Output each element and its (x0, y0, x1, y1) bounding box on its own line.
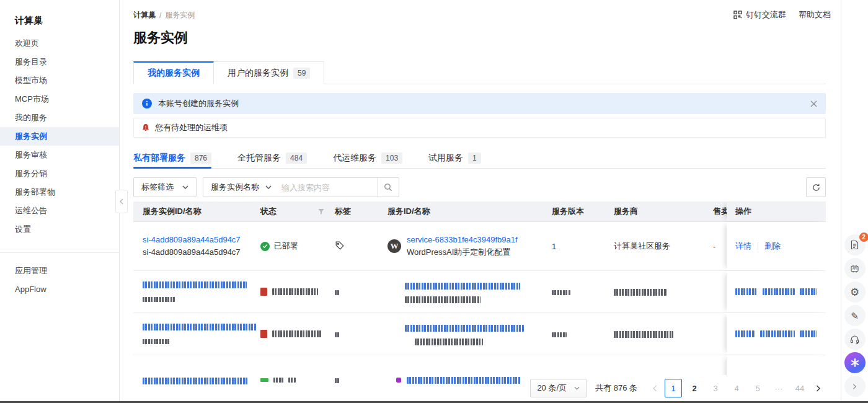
redacted-action-link[interactable] (800, 330, 817, 337)
chevron-right-icon (852, 383, 857, 390)
page-number-5[interactable]: 5 (749, 379, 766, 397)
support-button[interactable] (844, 329, 866, 350)
redacted-instance-id-link[interactable] (143, 281, 247, 288)
redacted-service-id-link[interactable] (407, 377, 529, 384)
col-sale: 售卖 (713, 206, 727, 217)
rail-collapse-button[interactable] (844, 376, 866, 397)
cell-version-redacted (552, 329, 614, 339)
breadcrumb-root[interactable]: 计算巢 (133, 10, 156, 20)
redacted-tag[interactable] (335, 378, 339, 383)
docs-panel-button[interactable]: 2 (844, 234, 866, 255)
tab-private-deploy[interactable]: 私有部署服务 876 (133, 148, 211, 168)
page-number-44[interactable]: 44 (791, 379, 808, 397)
ops-alert-banner[interactable]: 您有待处理的运维项 (133, 118, 826, 138)
redacted-service-icon (396, 378, 401, 383)
dingtalk-group-link[interactable]: 钉钉交流群 (733, 9, 786, 20)
sidebar-item-service-distribution[interactable]: 服务分销 (0, 164, 119, 183)
bell-alert-icon (141, 123, 150, 133)
cell-service: W service-6833b1fe4c3949fb9a1f WordPress… (388, 234, 552, 259)
redacted-instance-id-link[interactable] (143, 378, 248, 384)
redacted-service-id-link[interactable] (405, 283, 520, 290)
filter-bar: 标签筛选 服务实例名称 (133, 177, 399, 197)
notification-badge: 2 (859, 232, 868, 242)
search-input[interactable] (279, 178, 377, 197)
sidebar-item-welcome[interactable]: 欢迎页 (0, 34, 119, 53)
sidebar-item-settings[interactable]: 设置 (0, 220, 119, 239)
status-text: 已部署 (274, 241, 298, 252)
sidebar-item-model-market[interactable]: 模型市场 (0, 71, 119, 90)
redacted-action-link[interactable] (760, 330, 795, 337)
search-button[interactable] (377, 178, 399, 197)
redacted-tag[interactable] (335, 290, 339, 295)
tab-fully-managed[interactable]: 全托管服务 484 (237, 148, 307, 168)
pencil-icon: ✎ (851, 311, 859, 321)
redacted-instance-id-link[interactable] (143, 324, 257, 330)
delete-action-link[interactable]: 删除 (764, 241, 781, 252)
redacted-action-link[interactable] (800, 288, 817, 295)
ai-assistant-button[interactable] (844, 352, 866, 373)
info-banner-text: 本账号创建的服务实例 (158, 98, 239, 109)
tab-trial-count: 1 (468, 153, 481, 164)
redacted-status-text (272, 288, 318, 295)
page-size-select[interactable]: 20 条/页 (530, 379, 587, 397)
redacted-action-link[interactable] (735, 288, 758, 295)
tab-user-service-instances[interactable]: 用户的服务实例 59 (214, 61, 324, 84)
next-page-button[interactable] (811, 379, 826, 397)
sidebar-collapse-handle[interactable] (115, 190, 128, 213)
sidebar-item-mcp-market[interactable]: MCP市场 (0, 90, 119, 108)
page-number-3[interactable]: 3 (707, 379, 724, 397)
refresh-button[interactable] (806, 177, 826, 197)
redacted-tag[interactable] (335, 332, 340, 337)
right-utility-rail: 2 API ⚙ ✎ (841, 0, 868, 403)
sidebar-item-service-artifacts[interactable]: 服务部署物 (0, 183, 119, 202)
tab-trial[interactable]: 试用服务 1 (428, 148, 481, 168)
redacted-service-id-link[interactable] (405, 325, 524, 332)
status-error-icon (260, 288, 267, 296)
search-type-label: 服务实例名称 (211, 182, 259, 193)
search-combo: 服务实例名称 (203, 177, 399, 197)
service-name: WordPressAI助手定制化配置 (407, 246, 518, 259)
tab-fully-managed-label: 全托管服务 (237, 153, 281, 164)
status-filter-icon[interactable] (317, 208, 325, 215)
tab-private-deploy-label: 私有部署服务 (133, 153, 185, 164)
tab-my-service-instances[interactable]: 我的服务实例 (133, 61, 214, 84)
page-number-4[interactable]: 4 (728, 379, 745, 397)
tag-icon[interactable] (335, 241, 345, 250)
dingtalk-group-label: 钉钉交流群 (746, 9, 786, 20)
sidebar-item-ops-announcements[interactable]: 运维公告 (0, 202, 119, 220)
col-status: 状态 (260, 206, 335, 217)
api-panel-button[interactable]: API (844, 258, 866, 279)
sidebar-divider (0, 252, 119, 253)
help-docs-link[interactable]: 帮助文档 (799, 9, 831, 20)
cell-tags-redacted (335, 376, 388, 385)
page-ellipsis[interactable]: ··· (770, 379, 787, 397)
cell-provider: 计算巢社区服务 (614, 241, 713, 252)
tab-private-deploy-count: 876 (190, 153, 211, 164)
redacted-action-link[interactable] (735, 330, 755, 337)
service-id-link[interactable]: service-6833b1fe4c3949fb9a1f (407, 234, 518, 246)
cell-instance-redacted (133, 278, 260, 306)
feedback-button[interactable]: ✎ (844, 305, 866, 326)
status-success-bar-icon (260, 378, 268, 382)
instance-id-link[interactable]: si-4add809a89a44a5d94c7 (143, 235, 241, 244)
status-success-icon (260, 242, 270, 251)
col-service-id: 服务ID/名称 (388, 206, 552, 217)
sidebar-item-appflow[interactable]: AppFlow (0, 280, 119, 299)
sidebar-item-service-review[interactable]: 服务审核 (0, 146, 119, 164)
page-number-1[interactable]: 1 (665, 379, 682, 397)
prev-page-button[interactable] (647, 379, 662, 397)
sidebar-item-my-services[interactable]: 我的服务 (0, 108, 119, 127)
close-icon[interactable] (810, 100, 817, 107)
redacted-action-link[interactable] (763, 288, 795, 295)
gear-icon: ⚙ (850, 287, 859, 298)
settings-button[interactable]: ⚙ (844, 281, 866, 303)
tag-filter-dropdown[interactable]: 标签筛选 (133, 177, 197, 197)
search-type-dropdown[interactable]: 服务实例名称 (203, 178, 279, 197)
sidebar-item-service-catalog[interactable]: 服务目录 (0, 53, 119, 71)
cell-tags-redacted (335, 329, 388, 339)
sidebar-item-service-instances[interactable]: 服务实例 (0, 127, 119, 146)
page-number-2[interactable]: 2 (686, 379, 703, 397)
tab-managed-ops[interactable]: 代运维服务 103 (333, 148, 402, 168)
sidebar-item-app-management[interactable]: 应用管理 (0, 262, 119, 280)
detail-action-link[interactable]: 详情 (735, 241, 751, 252)
